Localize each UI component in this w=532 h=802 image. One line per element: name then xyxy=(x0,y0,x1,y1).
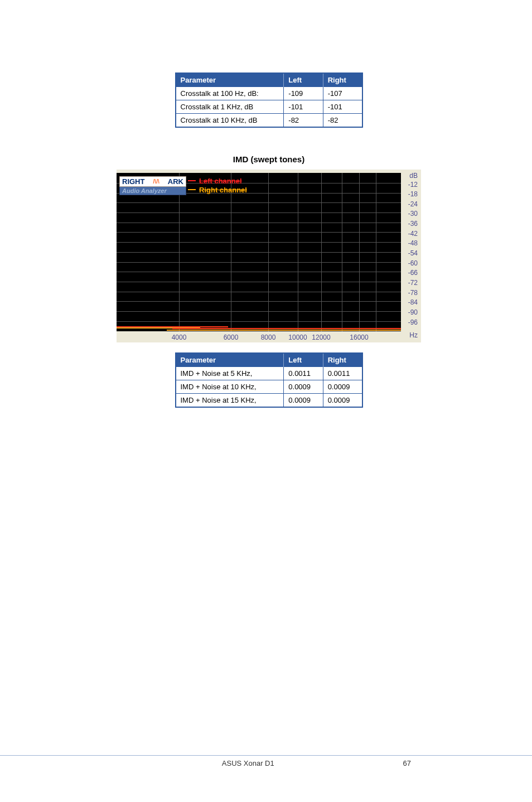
logo-right: RIGHT xyxy=(122,177,144,186)
table-row: Crosstalk at 100 Hz, dB: -109 -107 xyxy=(176,87,362,100)
col-parameter: Parameter xyxy=(176,353,284,367)
chart-title: IMD (swept tones) xyxy=(112,154,426,164)
logo-sub: Audio Analyzer xyxy=(119,187,186,195)
legend-right-label: Right channel xyxy=(199,186,247,194)
imd-noise-table: Parameter Left Right IMD + Noise at 5 KH… xyxy=(175,352,363,408)
imd-chart: RIGHT /\/\ ARK Audio Analyzer Left chann… xyxy=(117,170,421,342)
legend-swatch-right xyxy=(188,189,196,190)
chart-legend: Left channel Right channel xyxy=(188,176,247,194)
y-unit: dB xyxy=(409,172,418,180)
x-axis: 4000 6000 8000 10000 12000 16000 xyxy=(117,332,401,342)
footer-page: 67 xyxy=(403,759,411,767)
col-left: Left xyxy=(284,353,323,367)
footer-product: ASUS Xonar D1 xyxy=(222,759,274,767)
table-row: Crosstalk at 1 KHz, dB -101 -101 xyxy=(176,100,362,114)
col-right: Right xyxy=(323,73,362,87)
legend-swatch-left xyxy=(188,180,196,181)
col-parameter: Parameter xyxy=(176,73,284,87)
legend-left-label: Left channel xyxy=(199,177,242,185)
x-unit: Hz xyxy=(409,331,418,339)
table-row: Crosstalk at 10 KHz, dB -82 -82 xyxy=(176,114,362,128)
logo-ark: ARK xyxy=(168,177,183,186)
logo-mark-icon: /\/\ xyxy=(153,179,159,185)
y-axis: dB -12 -18 -24 -30 -36 -42 -48 -54 -60 -… xyxy=(403,173,420,342)
crosstalk-table: Parameter Left Right Crosstalk at 100 Hz… xyxy=(175,73,363,128)
trace-left-channel xyxy=(117,326,228,327)
table-row: IMD + Noise at 15 KHz, 0.0009 0.0009 xyxy=(176,394,362,408)
plot-area: RIGHT /\/\ ARK Audio Analyzer Left chann… xyxy=(117,173,401,331)
col-left: Left xyxy=(284,73,323,87)
table-row: IMD + Noise at 10 KHz, 0.0009 0.0009 xyxy=(176,380,362,394)
col-right: Right xyxy=(323,353,362,367)
table-row: IMD + Noise at 5 KHz, 0.0011 0.0011 xyxy=(176,367,362,380)
rightmark-logo: RIGHT /\/\ ARK Audio Analyzer xyxy=(119,176,186,195)
page-footer: ASUS Xonar D1 67 xyxy=(0,755,532,767)
